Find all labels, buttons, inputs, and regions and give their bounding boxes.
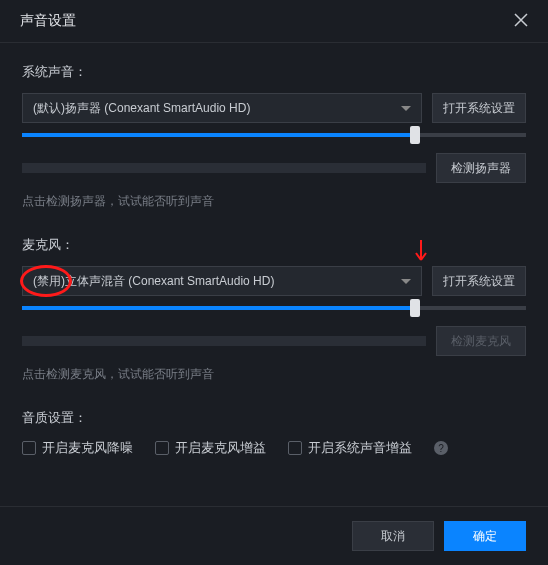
noise-reduce-checkbox[interactable]: 开启麦克风降噪 [22, 439, 133, 457]
dialog-title: 声音设置 [20, 12, 76, 30]
system-sound-value: (默认)扬声器 (Conexant SmartAudio HD) [33, 100, 250, 117]
test-mic-button[interactable]: 检测麦克风 [436, 326, 526, 356]
microphone-value: (禁用)立体声混音 (Conexant SmartAudio HD) [33, 273, 274, 290]
dialog-header: 声音设置 [0, 0, 548, 43]
help-icon[interactable]: ? [434, 441, 448, 455]
mic-test-level [22, 336, 426, 346]
quality-label: 音质设置： [22, 409, 526, 427]
microphone-select[interactable]: (禁用)立体声混音 (Conexant SmartAudio HD) [22, 266, 422, 296]
mic-gain-label: 开启麦克风增益 [175, 439, 266, 457]
sys-gain-checkbox[interactable]: 开启系统声音增益 [288, 439, 412, 457]
mic-gain-checkbox[interactable]: 开启麦克风增益 [155, 439, 266, 457]
open-system-settings-mic[interactable]: 打开系统设置 [432, 266, 526, 296]
checkbox-box-icon [155, 441, 169, 455]
system-sound-label: 系统声音： [22, 63, 526, 81]
sys-gain-label: 开启系统声音增益 [308, 439, 412, 457]
system-sound-select[interactable]: (默认)扬声器 (Conexant SmartAudio HD) [22, 93, 422, 123]
test-speaker-button[interactable]: 检测扬声器 [436, 153, 526, 183]
noise-reduce-label: 开启麦克风降噪 [42, 439, 133, 457]
checkbox-box-icon [22, 441, 36, 455]
speaker-test-level [22, 163, 426, 173]
speaker-hint: 点击检测扬声器，试试能否听到声音 [22, 193, 526, 210]
ok-button[interactable]: 确定 [444, 521, 526, 551]
open-system-settings-speaker[interactable]: 打开系统设置 [432, 93, 526, 123]
mic-volume-slider[interactable] [22, 306, 526, 310]
speaker-volume-slider[interactable] [22, 133, 526, 137]
microphone-label: 麦克风： [22, 236, 526, 254]
cancel-button[interactable]: 取消 [352, 521, 434, 551]
dialog-footer: 取消 确定 [0, 506, 548, 565]
close-icon[interactable] [514, 13, 528, 30]
chevron-down-icon [401, 274, 411, 288]
mic-hint: 点击检测麦克风，试试能否听到声音 [22, 366, 526, 383]
chevron-down-icon [401, 101, 411, 115]
checkbox-box-icon [288, 441, 302, 455]
